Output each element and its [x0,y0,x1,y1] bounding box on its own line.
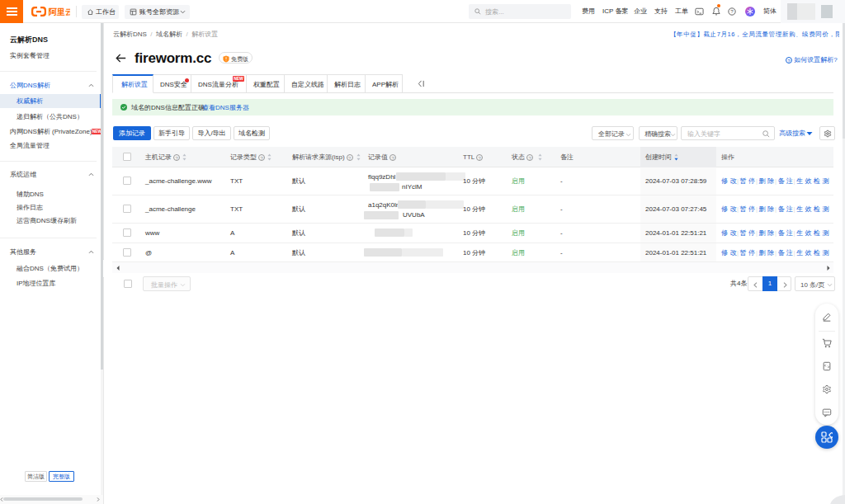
svg-text:阿里云: 阿里云 [49,7,70,16]
svg-text:?: ? [730,8,734,14]
